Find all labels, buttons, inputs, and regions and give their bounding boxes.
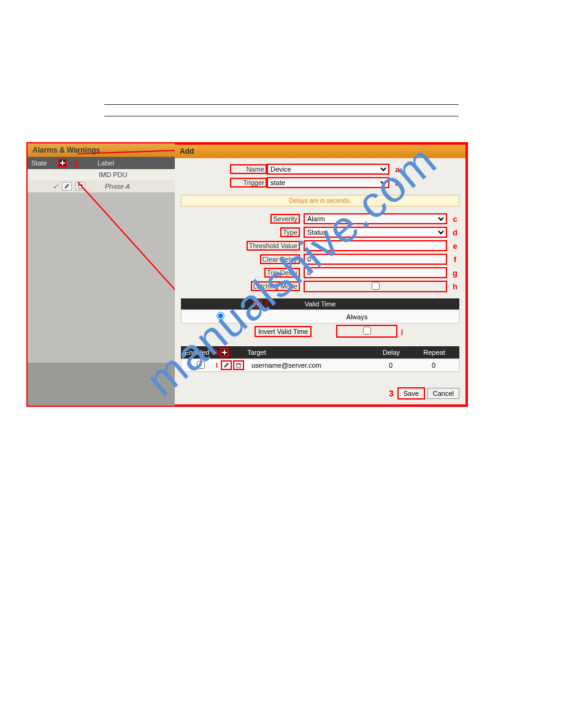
delays-note-banner: Delays are in seconds. [181,195,459,207]
save-button[interactable]: Save [397,387,425,400]
clear-delay-input[interactable] [304,254,447,265]
latching-row: Latching Mode h [212,280,459,292]
always-label: Always [257,313,457,320]
pencil-icon [64,183,70,189]
dialog-title: Add [175,145,465,158]
add-valid-time-button[interactable] [253,299,262,308]
letter-j: j [401,328,403,335]
label-column-header: Label [98,159,114,167]
plus-icon [221,349,228,355]
callout-1: 1 [74,159,79,169]
trigger-select[interactable]: state [267,177,389,188]
hr-top [104,104,459,105]
letter-d: d [451,228,459,237]
target-repeat: 0 [412,362,455,369]
target-delay: 0 [369,362,412,369]
invert-valid-time-label: Invert Valid Time [255,326,312,337]
cancel-button[interactable]: Cancel [427,388,459,399]
trip-delay-row: Trip Delay g [212,267,459,279]
invert-checkbox[interactable] [363,327,371,335]
letter-a: a [393,165,402,174]
letter-h: h [451,282,459,291]
add-target-button[interactable] [220,348,229,357]
plus-icon [59,160,66,166]
screenshot-container: Alarms & Warnings State Label IMD PDU ✓ … [26,142,468,407]
letter-f: f [451,255,459,264]
letter-l: l [216,362,221,369]
trash-icon [236,362,242,368]
invert-valid-time-row: Invert Valid Time j [181,325,459,338]
threshold-row: Threshold Value e [212,240,459,252]
row-label: Phase A [105,183,130,190]
clear-delay-label: Clear Delay [212,254,304,264]
dialog-footer: 3 Save Cancel [389,387,459,400]
main-form-group: Severity Alarm c Type Status d Threshold… [212,213,459,292]
svg-rect-8 [237,364,240,368]
delay-column-header: Delay [370,349,413,356]
dialog-body: Name Device a Trigger state b Delays are… [175,158,465,377]
name-trigger-group: Name Device a Trigger state b [230,163,459,189]
name-row: Name Device a [230,163,459,175]
threshold-label: Threshold Value [212,241,304,251]
clear-delay-row: Clear Delay f [212,253,459,265]
letter-c: c [451,214,459,224]
valid-time-header: i Valid Time [181,298,459,309]
latching-checkbox[interactable] [372,282,380,290]
target-enabled-checkbox[interactable] [197,361,205,369]
delete-target-button[interactable] [233,360,244,370]
threshold-input[interactable] [304,240,447,251]
letter-b: b [393,178,402,188]
target-row: l username@server.com 0 0 [181,358,459,372]
valid-time-title: Valid Time [305,300,336,308]
name-label: Name [230,164,267,174]
alarms-table-header: State Label [28,157,175,169]
severity-label: Severity [212,214,304,224]
always-row: Always [181,309,459,324]
letter-k: k [215,349,219,356]
hr-bottom [104,116,459,116]
type-label: Type [212,227,304,237]
row-label: IMD PDU [99,171,127,178]
svg-rect-1 [60,162,65,164]
target-value: username@server.com [245,362,369,369]
table-row: ✓ Phase A [28,180,175,192]
plus-icon [255,300,261,306]
target-column-header: Target [235,349,370,356]
letter-i: i [266,300,267,308]
always-radio[interactable] [216,312,224,320]
repeat-column-header: Repeat [413,349,456,356]
invert-checkbox-container [336,325,397,338]
check-icon: ✓ [53,183,58,191]
targets-header: Enabled k Target Delay Repeat [181,346,459,358]
latching-checkbox-cell [304,281,447,292]
type-row: Type Status d [212,226,459,238]
latching-label: Latching Mode [212,281,304,291]
enabled-column-header: Enabled [185,349,215,356]
svg-rect-9 [236,363,241,365]
severity-row: Severity Alarm c [212,213,459,225]
letter-g: g [451,268,459,278]
letter-e: e [451,241,459,251]
svg-rect-7 [222,352,227,353]
table-row: IMD PDU [28,169,175,180]
add-dialog: Add Name Device a Trigger state b [175,143,467,406]
add-alarm-button[interactable] [58,159,67,167]
severity-select[interactable]: Alarm [304,213,447,224]
state-column-header: State [31,159,56,167]
svg-rect-5 [255,303,260,304]
trigger-label: Trigger [230,178,267,188]
horizontal-rules [0,0,563,116]
trip-delay-input[interactable] [304,267,447,278]
edit-target-button[interactable] [221,360,232,370]
panel-footer-area [28,363,175,406]
edit-icon[interactable] [62,182,72,191]
type-select[interactable]: Status [304,227,447,238]
pencil-icon [223,362,229,368]
name-select[interactable]: Device [267,164,389,175]
callout-3: 3 [389,389,394,398]
trip-delay-label: Trip Delay [212,268,304,278]
trigger-row: Trigger state b [230,176,459,189]
